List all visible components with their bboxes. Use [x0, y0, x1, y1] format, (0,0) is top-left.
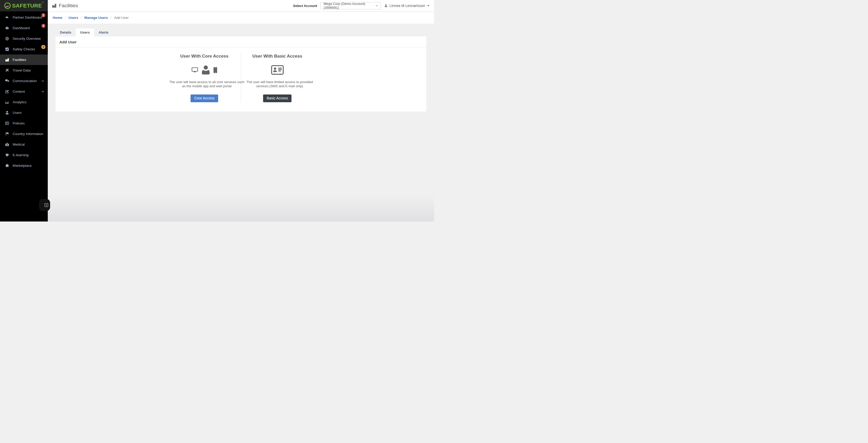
sidebar-item-content[interactable]: Content — [0, 86, 48, 97]
breadcrumb-current: Add User — [114, 16, 129, 20]
sidebar-item-marketplace[interactable]: Marketplace — [0, 160, 48, 171]
list-icon — [5, 121, 9, 125]
sidebar-item-communication[interactable]: Communication — [0, 76, 48, 86]
select-account-label: Select Account — [293, 4, 317, 8]
account-select-value: Mega Corp (Demo Account) (3598591) — [323, 2, 374, 9]
sidebar-item-label: E-learning — [13, 153, 29, 157]
sidebar-item-travel-data[interactable]: Travel Data — [0, 65, 48, 76]
add-user-panel: Add User User With Core Access The user … — [56, 36, 426, 112]
core-access-description: The user will have access to all core se… — [168, 80, 246, 88]
sidebar-item-label: Partner Dashboard — [13, 15, 42, 19]
sidebar-item-label: Dashboard — [13, 26, 30, 30]
topbar-right: Select Account Mega Corp (Demo Account) … — [293, 2, 429, 9]
basic-access-icons — [241, 65, 314, 75]
sidebar-item-label: Medical — [13, 143, 25, 147]
page-title: Facilities — [52, 3, 78, 8]
sidebar-item-policies[interactable]: Policies — [0, 118, 48, 129]
sidebar-item-label: Travel Data — [13, 68, 30, 72]
chevron-down-icon — [375, 4, 378, 7]
sidebar-item-dashboard[interactable]: Dashboard 2 — [0, 23, 48, 33]
address-card-icon — [271, 65, 284, 75]
panel-body: User With Core Access The user will have… — [56, 48, 426, 112]
breadcrumb-separator: / — [81, 16, 82, 20]
account-select[interactable]: Mega Corp (Demo Account) (3598591) — [320, 2, 381, 9]
breadcrumb-separator: / — [65, 16, 66, 20]
main-area: Facilities Select Account Mega Corp (Dem… — [48, 0, 434, 222]
breadcrumb-home[interactable]: Home — [53, 16, 62, 20]
sidebar: SAFETURE® Partner Dashboard 2 Dashboard … — [0, 0, 48, 222]
page-title-text: Facilities — [59, 3, 78, 8]
sidebar-item-label: Analytics — [13, 100, 27, 104]
brand-mark-icon — [4, 2, 11, 9]
chevron-down-icon — [41, 90, 44, 93]
sidebar-item-label: Safety Checks — [13, 47, 35, 51]
breadcrumb-manage-users[interactable]: Manage Users — [85, 16, 108, 20]
notification-badge: 2 — [41, 13, 45, 17]
caret-square-left-icon — [44, 203, 49, 207]
edit-icon — [5, 89, 9, 94]
top-header: Facilities Select Account Mega Corp (Dem… — [48, 0, 434, 11]
basic-access-button[interactable]: Basic Access — [263, 94, 291, 102]
puzzle-icon — [5, 163, 9, 168]
panel-title: Add User — [56, 36, 426, 48]
sidebar-item-medical[interactable]: Medical — [0, 139, 48, 150]
sidebar-item-partner-dashboard[interactable]: Partner Dashboard 2 — [0, 12, 48, 23]
content-area: Details Users Alerts Add User User With … — [48, 24, 434, 222]
brand-name: SAFETURE — [12, 3, 42, 8]
factory-icon — [52, 3, 57, 8]
sidebar-item-label: Communication — [13, 79, 37, 83]
chevron-down-icon — [41, 80, 44, 83]
notification-badge: 2 — [41, 24, 45, 28]
sidebar-nav: Partner Dashboard 2 Dashboard 2 Security… — [0, 12, 48, 171]
notification-badge: 2 — [41, 45, 45, 49]
comments-icon — [5, 79, 9, 83]
sidebar-item-label: Policies — [13, 121, 25, 125]
desktop-icon — [192, 67, 198, 73]
sidebar-item-country-information[interactable]: Country Information — [0, 129, 48, 139]
breadcrumb: Home / Users / Manage Users / Add User — [48, 11, 434, 24]
check-square-icon — [5, 47, 9, 51]
graduation-cap-icon — [5, 153, 9, 157]
sidebar-item-security-overview[interactable]: Security Overview — [0, 33, 48, 44]
sidebar-item-label: Marketplace — [13, 164, 32, 167]
brand-logo[interactable]: SAFETURE® — [0, 0, 48, 11]
user-icon — [384, 4, 388, 7]
app-root: SAFETURE® Partner Dashboard 2 Dashboard … — [0, 0, 434, 222]
sidebar-item-label: Users — [13, 111, 22, 115]
sidebar-item-safety-checks[interactable]: Safety Checks 2 — [0, 44, 48, 55]
user-icon — [5, 110, 9, 115]
tab-details[interactable]: Details — [56, 28, 75, 36]
user-icon — [202, 65, 210, 75]
tab-users[interactable]: Users — [75, 28, 94, 36]
breadcrumb-users[interactable]: Users — [68, 16, 78, 20]
sidebar-item-elearning[interactable]: E-learning — [0, 150, 48, 160]
basic-access-option: User With Basic Access The user will hav… — [241, 54, 314, 102]
handshake-icon — [5, 15, 9, 20]
tab-alerts[interactable]: Alerts — [94, 28, 113, 36]
tab-bar: Details Users Alerts — [56, 28, 426, 36]
bar-chart-icon — [5, 100, 9, 104]
sidebar-item-analytics[interactable]: Analytics — [0, 97, 48, 107]
sidebar-item-label: Facilities — [13, 58, 26, 62]
basic-access-title: User With Basic Access — [241, 54, 314, 59]
breadcrumb-separator: / — [111, 16, 112, 20]
user-menu[interactable]: Linnea M Lennartsson — [384, 4, 429, 8]
sidebar-item-label: Country Information — [13, 132, 43, 136]
core-access-icons — [168, 65, 241, 75]
sidebar-item-label: Content — [13, 90, 25, 93]
globe-icon — [5, 36, 9, 41]
caret-down-icon — [427, 5, 429, 6]
plane-icon — [5, 68, 9, 72]
factory-icon — [5, 58, 9, 62]
core-access-option: User With Core Access The user will have… — [168, 54, 241, 102]
sidebar-collapse-button[interactable] — [39, 199, 50, 211]
mobile-icon — [214, 67, 217, 73]
registered-mark: ® — [42, 1, 43, 4]
medkit-icon — [5, 142, 9, 147]
flag-icon — [5, 132, 9, 136]
basic-access-description: The user will have limited access to pro… — [241, 80, 318, 88]
user-name: Linnea M Lennartsson — [389, 4, 425, 8]
core-access-button[interactable]: Core Access — [190, 94, 218, 102]
sidebar-item-facilities[interactable]: Facilities — [0, 55, 48, 65]
sidebar-item-users[interactable]: Users — [0, 107, 48, 118]
